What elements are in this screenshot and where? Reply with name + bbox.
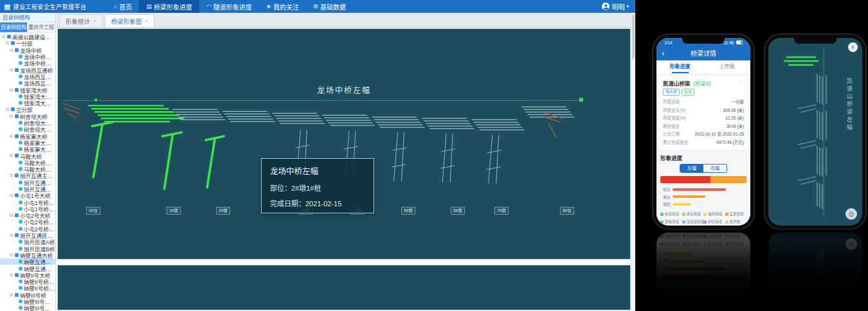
tree-node[interactable]: 小屯2号桥右幅 — [0, 226, 55, 232]
tree-node[interactable]: 纳壁互通左幅 — [0, 258, 55, 265]
tree-node[interactable]: ⊟ 小屯1号大桥 — [0, 192, 55, 199]
tree-node[interactable]: 小屯1号桥左幅 — [0, 199, 55, 205]
project-tree: ⊟ 高速公路建设项目 ⊟ 一分部 ⊟ 龙场中桥 龙场中桥左幅 — [0, 33, 55, 311]
tree-node[interactable]: 纳壁II号桥左幅 — [0, 278, 55, 285]
tree-node[interactable]: 旭开互通右幅 — [0, 186, 55, 192]
bridge-canvas[interactable]: 龙场中桥左幅 — [57, 28, 631, 260]
secondary-bridge-canvas[interactable] — [57, 265, 631, 310]
tree-node-icon — [15, 68, 19, 72]
tree-expander-icon[interactable]: ⊟ — [9, 67, 14, 73]
phone-tab[interactable]: 形象进度 — [656, 60, 703, 73]
workspace-tabbar: 形象统计 × 桥梁形象图 × — [56, 13, 635, 28]
tree-expander-icon[interactable]: ⊟ — [9, 87, 14, 93]
tree-node[interactable]: 龙场西互通左幅 — [0, 73, 55, 80]
tree-node[interactable]: 小屯2号桥左幅 — [0, 218, 55, 225]
tree-node[interactable]: 杨家寨大桥右幅 — [0, 146, 55, 152]
tree-node[interactable]: ⊟ 纳壁III号桥 — [0, 292, 55, 298]
tree-node[interactable]: 钱家湾大桥左幅 — [0, 93, 55, 100]
section-title: 形象进度 — [660, 154, 746, 161]
scrollbar[interactable] — [631, 13, 635, 311]
tree-expander-icon[interactable]: ⊟ — [9, 153, 14, 158]
tree-node[interactable]: 龙场中桥右幅 — [0, 60, 55, 66]
tree-expander-icon[interactable]: ⊟ — [9, 134, 14, 139]
tree-node[interactable]: ⊟ 一分部 — [0, 40, 55, 46]
tree-node[interactable]: 树舍坝大桥右幅 — [0, 126, 55, 132]
tree-node[interactable]: 龙场西互通右幅 — [0, 80, 55, 86]
tree-node[interactable]: ⊟ 杨家寨大桥 — [0, 132, 55, 139]
tree-expander-icon[interactable]: ⊟ — [9, 114, 14, 119]
tree-node[interactable]: ⊟ 三分部 — [0, 106, 55, 112]
tree-node[interactable]: ⊟ 小屯2号大桥 — [0, 212, 55, 218]
tree-node[interactable]: ⊟ 龙场西互通桥 — [0, 66, 55, 73]
tree-node[interactable]: 纳壁III号左幅 — [0, 298, 55, 305]
legend-label: 桩基完成 — [665, 242, 679, 247]
detail-row: 桥梁全长(M) 306.08 (米) — [663, 107, 744, 113]
legend-label: 桩基完成 — [665, 211, 679, 217]
tree-node[interactable]: 树舍坝大桥左幅 — [0, 120, 55, 126]
tab-close-icon[interactable]: × — [93, 18, 96, 24]
favorite-star-icon[interactable]: ☆ — [739, 79, 744, 85]
tree-node-icon — [15, 154, 19, 157]
tree-expander-icon[interactable]: ⊟ — [9, 292, 14, 298]
battery-icon — [736, 40, 743, 44]
tree-node[interactable]: 马鞍大桥右幅 — [0, 166, 55, 172]
tree-expander-icon[interactable]: ⊟ — [9, 253, 14, 258]
nav-menu-item[interactable]: ★ 我的关注 — [259, 0, 306, 13]
legend-label: 护栏完成 — [708, 234, 722, 239]
tree-node[interactable]: ⊟ 纳壁II号大桥 — [0, 272, 55, 278]
detail-label: 计划工期 — [663, 130, 680, 137]
tree-node[interactable]: ⊟ 纳壁互通大桥 — [0, 252, 55, 258]
tree-node-label: 旭开匝道B桥 — [24, 245, 55, 252]
tree-expander-icon[interactable]: ⊟ — [1, 34, 6, 39]
tree-node[interactable]: 纳壁互通右幅 — [0, 265, 55, 271]
tree-expander-icon[interactable]: ⊟ — [5, 107, 10, 112]
tree-node[interactable]: 纳壁III号右幅 — [0, 305, 55, 311]
nav-menu-item[interactable]: ▤ 桥梁形象进度 — [139, 0, 199, 13]
sidebar-tab[interactable]: 重庆市工程 — [28, 22, 55, 32]
locate-button[interactable]: ⊙ — [845, 208, 857, 220]
tree-node[interactable]: 旭开匝道B桥 — [0, 245, 55, 252]
scrollbar-thumb[interactable] — [632, 14, 635, 59]
nav-menu-item[interactable]: ◠ 隧道形象进度 — [199, 0, 259, 13]
tree-node-icon — [19, 101, 23, 105]
collapse-button[interactable]: ∧ — [848, 42, 858, 52]
tree-node[interactable]: 旭开互通左幅 — [0, 179, 55, 186]
tree-expander-icon[interactable]: ⊟ — [9, 272, 14, 278]
tree-node[interactable]: ⊟ 钱家湾大桥 — [0, 86, 55, 93]
tree-node[interactable]: 小屯1号桥右幅 — [0, 206, 55, 212]
legend-label: 盖梁完成 — [730, 211, 744, 217]
tree-node[interactable]: 旭开匝道A桥 — [0, 238, 55, 245]
tree-node[interactable]: ⊟ 高速公路建设项目 — [0, 33, 55, 40]
tree-node[interactable]: ⊟ 旭开互通主线桥 — [0, 172, 55, 179]
user-menu[interactable]: 明明 ▾ — [602, 2, 635, 12]
nav-menu-item[interactable]: ⌂ 首页 — [107, 0, 139, 13]
tree-expander-icon[interactable]: ⊟ — [9, 233, 14, 238]
back-icon[interactable]: ‹ — [662, 47, 664, 59]
tab-close-icon[interactable]: × — [145, 18, 148, 24]
workspace-tab[interactable]: 形象统计 × — [59, 14, 103, 27]
tree-expander-icon[interactable]: ⊟ — [9, 213, 14, 218]
workspace-tab[interactable]: 桥梁形象图 × — [105, 14, 154, 27]
tree-node[interactable]: ⊟ 龙场中桥 — [0, 47, 55, 53]
legend-label: 湿接缝完成 — [687, 234, 704, 239]
tree-node[interactable]: 杨家寨大桥左幅 — [0, 139, 55, 146]
legend-item: 未开始 — [725, 234, 747, 239]
tree-expander-icon[interactable]: ⊟ — [9, 48, 14, 53]
tree-expander-icon[interactable]: ⊟ — [9, 173, 14, 178]
tree-expander-icon[interactable]: ⊟ — [5, 40, 10, 46]
tree-node[interactable]: 钱家湾大桥右幅 — [0, 100, 55, 106]
tree-node-label: 三分部 — [16, 106, 33, 112]
tree-node[interactable]: ⊟ 马鞍大桥 — [0, 152, 55, 159]
toggle-option[interactable]: 右幅 — [703, 164, 727, 172]
phone-tab[interactable]: 上传图 — [703, 60, 750, 73]
tree-node[interactable]: 纳壁II号桥右幅 — [0, 285, 55, 291]
tree-node[interactable]: ⊟ 旭开互通匝道桥 — [0, 232, 55, 238]
nav-menu-item[interactable]: ⚙ 基础数据 — [306, 0, 353, 13]
tree-node[interactable]: 马鞍大桥左幅 — [0, 159, 55, 166]
toggle-option[interactable]: 左幅 — [680, 164, 703, 172]
tree-node[interactable]: ⊟ 树舍坝大桥 — [0, 113, 55, 120]
sidebar-tab[interactable]: 目录树结构 — [0, 22, 28, 32]
legend-item: 护栏完成 — [703, 234, 725, 239]
tree-expander-icon[interactable]: ⊟ — [9, 193, 14, 198]
tree-node[interactable]: 龙场中桥左幅 — [0, 53, 55, 60]
